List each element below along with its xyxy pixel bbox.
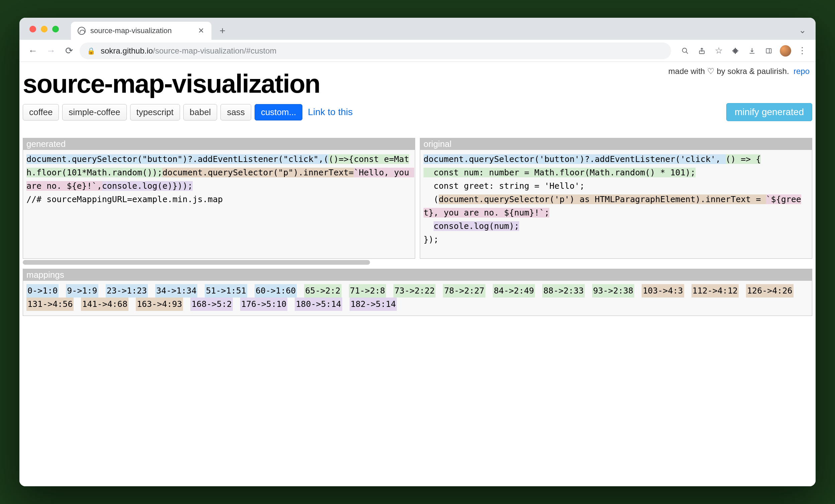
tabs-dropdown-icon[interactable]: ⌄ <box>799 25 806 36</box>
browser-tab[interactable]: source-map-visualization ✕ <box>71 22 211 40</box>
repo-link[interactable]: repo <box>794 66 810 76</box>
code-segment[interactable]: addEventListener("click",( <box>198 154 328 164</box>
code-segment[interactable]: innerText = <box>706 195 766 204</box>
search-icon[interactable] <box>678 43 692 58</box>
preset-tab-simple-coffee[interactable]: simple-coffee <box>62 104 126 120</box>
preset-tab-babel[interactable]: babel <box>183 104 218 120</box>
sidepanel-icon[interactable] <box>761 43 776 58</box>
browser-window: source-map-visualization ✕ + ⌄ ← → ⟳ 🔒 s… <box>19 18 816 486</box>
code-segment[interactable]: const greet: string = 'Hello'; <box>424 181 585 191</box>
code-segment[interactable]: }); <box>424 235 439 244</box>
mapping-entry[interactable]: 182->5:14 <box>350 298 397 311</box>
mapping-entry[interactable]: 9->1:9 <box>66 284 98 298</box>
code-segment[interactable]: log( <box>142 181 162 191</box>
forward-button[interactable]: → <box>43 43 58 58</box>
mapping-entry[interactable]: 78->2:27 <box>443 284 485 298</box>
code-segment[interactable]: querySelector('button')?. <box>469 154 594 164</box>
code-segment[interactable]: e <box>77 181 82 191</box>
code-segment[interactable]: ); <box>509 221 519 231</box>
tab-close-icon[interactable]: ✕ <box>197 27 205 35</box>
code-segment[interactable]: innerText= <box>303 168 354 177</box>
mapping-entry[interactable]: 168->5:2 <box>190 298 232 311</box>
mapping-entry[interactable]: 163->4:93 <box>136 298 183 311</box>
code-segment[interactable]: ( <box>424 195 439 204</box>
svg-line-1 <box>686 52 688 54</box>
mapping-entry[interactable]: 112->4:12 <box>691 284 739 298</box>
new-tab-button[interactable]: + <box>215 23 230 39</box>
window-minimize-icon[interactable] <box>41 26 47 33</box>
preset-tab-sass[interactable]: sass <box>221 104 251 120</box>
mapping-entry[interactable]: 131->4:56 <box>26 298 74 311</box>
code-segment[interactable]: num <box>514 208 529 218</box>
share-icon[interactable] <box>694 43 709 58</box>
code-panels: generated document.querySelector("button… <box>23 138 812 259</box>
code-segment[interactable]: Math. <box>590 168 615 177</box>
mapping-entry[interactable]: 103->4:3 <box>641 284 684 298</box>
controls-row: coffeesimple-coffeetypescriptbabelsasscu… <box>23 103 812 121</box>
mapping-entry[interactable]: 34->1:34 <box>155 284 197 298</box>
generated-header: generated <box>23 138 415 150</box>
code-segment[interactable]: random() * 101); <box>615 168 695 177</box>
mapping-entry[interactable]: 176->5:10 <box>240 298 287 311</box>
menu-icon[interactable]: ⋮ <box>795 43 810 58</box>
mapping-entry[interactable]: 93->2:38 <box>592 284 634 298</box>
mapping-entry[interactable]: 60->1:60 <box>254 284 297 298</box>
code-segment[interactable]: document. <box>439 195 484 204</box>
mapping-entry[interactable]: 73->2:22 <box>393 284 435 298</box>
mapping-entry[interactable]: 126->4:26 <box>746 284 793 298</box>
code-segment[interactable]: random()); <box>112 168 163 177</box>
generated-code[interactable]: document.querySelector("button")?.addEve… <box>23 150 415 258</box>
code-segment[interactable]: addEventListener('click', <box>595 154 726 164</box>
code-segment[interactable]: querySelector("p"). <box>208 168 303 177</box>
window-maximize-icon[interactable] <box>52 26 59 33</box>
bookmark-icon[interactable]: ☆ <box>711 43 726 58</box>
code-segment[interactable]: console. <box>102 181 142 191</box>
preset-tab-custom-[interactable]: custom... <box>254 104 302 120</box>
window-close-icon[interactable] <box>29 26 36 33</box>
address-bar[interactable]: 🔒 sokra.github.io/source-map-visualizati… <box>80 42 671 59</box>
code-segment[interactable]: document. <box>162 168 207 177</box>
code-segment[interactable]: document. <box>424 154 469 164</box>
code-segment[interactable]: querySelector("button")?. <box>72 154 197 164</box>
back-button[interactable]: ← <box>25 43 40 58</box>
original-code[interactable]: document.querySelector('button')?.addEve… <box>420 150 812 258</box>
preset-tab-coffee[interactable]: coffee <box>23 104 59 120</box>
code-segment[interactable]: }!`, <box>82 181 102 191</box>
code-segment[interactable] <box>424 221 433 231</box>
extensions-icon[interactable] <box>728 43 743 58</box>
downloads-icon[interactable] <box>745 43 759 58</box>
code-segment[interactable]: Math. <box>534 168 559 177</box>
mapping-entry[interactable]: 88->2:33 <box>542 284 585 298</box>
code-segment[interactable]: floor( <box>559 168 589 177</box>
mapping-entry[interactable]: 23->1:23 <box>106 284 148 298</box>
mappings-list[interactable]: 0->1:09->1:923->1:2334->1:3451->1:5160->… <box>23 281 812 316</box>
code-segment[interactable]: e <box>162 181 167 191</box>
minify-generated-button[interactable]: minify generated <box>726 103 812 121</box>
preset-tab-typescript[interactable]: typescript <box>130 104 180 120</box>
code-segment[interactable]: //# sourceMappingURL=example.min.js.map <box>26 195 223 204</box>
mapping-entry[interactable]: 71->2:8 <box>349 284 386 298</box>
code-segment[interactable]: document. <box>26 154 72 164</box>
code-segment[interactable]: () => { <box>726 154 761 164</box>
code-segment[interactable]: querySelector('p') as HTMLParagraphEleme… <box>484 195 706 204</box>
profile-avatar[interactable] <box>778 43 793 58</box>
code-segment[interactable]: Math. <box>87 168 112 177</box>
mapping-entry[interactable]: 141->4:68 <box>81 298 128 311</box>
reload-button[interactable]: ⟳ <box>62 43 76 58</box>
code-segment[interactable]: console. <box>433 221 474 231</box>
mapping-entry[interactable]: 84->2:49 <box>493 284 535 298</box>
code-segment[interactable]: floor(101* <box>37 168 87 177</box>
generated-scrollbar[interactable] <box>23 260 812 267</box>
code-segment[interactable]: log( <box>474 221 494 231</box>
code-segment[interactable]: }!`; <box>529 208 549 218</box>
code-segment[interactable]: ()=>{ <box>328 154 353 164</box>
mapping-entry[interactable]: 51->1:51 <box>205 284 247 298</box>
code-segment[interactable]: const num: number = <box>424 168 534 177</box>
code-segment[interactable]: )})); <box>168 181 193 191</box>
link-to-this[interactable]: Link to this <box>308 107 352 118</box>
mapping-entry[interactable]: 180->5:14 <box>295 298 342 311</box>
code-segment[interactable]: num <box>494 221 509 231</box>
mapping-entry[interactable]: 0->1:0 <box>26 284 59 298</box>
code-segment[interactable]: const e= <box>353 154 394 164</box>
mapping-entry[interactable]: 65->2:2 <box>304 284 341 298</box>
